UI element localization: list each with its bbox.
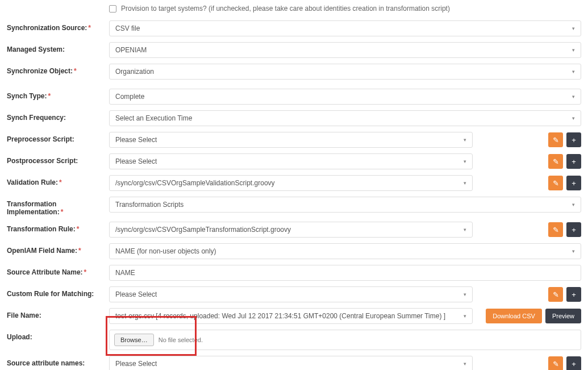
transform-rule-add-button[interactable]: + (566, 222, 581, 237)
select-value: Please Select (115, 360, 157, 368)
synch-type-select[interactable]: Complete ▾ (109, 89, 581, 105)
custom-rule-edit-button[interactable]: ✎ (548, 287, 563, 302)
chevron-down-icon: ▾ (572, 94, 575, 99)
pencil-icon: ✎ (553, 360, 559, 368)
select-value: /sync/org/csv/CSVOrgSampleValidationScri… (115, 179, 275, 187)
postprocessor-add-button[interactable]: + (566, 154, 581, 169)
postprocessor-edit-button[interactable]: ✎ (548, 154, 563, 169)
chevron-down-icon: ▾ (572, 115, 575, 121)
sync-object-label: Synchronize Object: (7, 67, 77, 75)
browse-button[interactable]: Browse… (114, 334, 154, 346)
plus-icon: + (572, 360, 576, 368)
pencil-icon: ✎ (553, 290, 559, 299)
plus-icon: + (572, 179, 576, 188)
chevron-down-icon: ▾ (464, 180, 466, 186)
preview-button[interactable]: Preview (545, 309, 581, 323)
custom-rule-label: Custom Rule for Matching: (7, 290, 94, 298)
postprocessor-select[interactable]: Please Select ▾ (109, 153, 473, 169)
select-value: Transformation Scripts (115, 201, 184, 209)
chevron-down-icon: ▾ (572, 26, 575, 31)
plus-icon: + (572, 157, 576, 166)
transform-rule-select[interactable]: /sync/org/csv/CSVOrgSampleTransformation… (109, 222, 473, 238)
chevron-down-icon: ▾ (572, 69, 575, 74)
custom-rule-add-button[interactable]: + (566, 287, 581, 302)
preprocessor-label: Preprocessor Script: (7, 135, 74, 143)
download-csv-button[interactable]: Download CSV (486, 309, 542, 323)
chevron-down-icon: ▾ (464, 137, 466, 143)
sync-object-select[interactable]: Organization ▾ (109, 64, 581, 80)
pencil-icon: ✎ (553, 226, 559, 234)
validation-select[interactable]: /sync/org/csv/CSVOrgSampleValidationScri… (109, 175, 473, 191)
select-value: Please Select (115, 136, 157, 144)
validation-label: Validation Rule: (7, 178, 62, 186)
pencil-icon: ✎ (553, 157, 559, 166)
source-attr-names-select[interactable]: Please Select ▾ (109, 356, 473, 370)
select-value: NAME (for non-user objects only) (115, 247, 216, 255)
source-attr-names-label: Source attribute names: (7, 359, 85, 367)
chevron-down-icon: ▾ (464, 361, 466, 367)
pencil-icon: ✎ (553, 136, 559, 144)
synch-freq-label: Synch Frequency: (7, 114, 66, 122)
chevron-down-icon: ▾ (464, 313, 466, 319)
select-value: Select an Execution Time (115, 114, 192, 122)
chevron-down-icon: ▾ (572, 47, 575, 53)
select-value: Please Select (115, 290, 157, 298)
custom-rule-select[interactable]: Please Select ▾ (109, 286, 473, 302)
openiam-field-select[interactable]: NAME (for non-user objects only) ▾ (109, 243, 581, 259)
synch-type-label: Synch Type: (7, 92, 51, 100)
synch-freq-select[interactable]: Select an Execution Time ▾ (109, 110, 581, 126)
chevron-down-icon: ▾ (572, 248, 575, 254)
select-value: OPENIAM (115, 46, 147, 54)
file-name-label: File Name: (7, 311, 41, 319)
plus-icon: + (572, 226, 576, 234)
select-value: Complete (115, 93, 144, 101)
chevron-down-icon: ▾ (464, 292, 466, 297)
validation-add-button[interactable]: + (566, 176, 581, 190)
preprocessor-select[interactable]: Please Select ▾ (109, 132, 473, 148)
file-name-select[interactable]: test-orgs.csv [4 records, uploaded: Wed … (109, 308, 473, 324)
sync-source-select[interactable]: CSV file ▾ (109, 20, 581, 36)
upload-box: Browse… No file selected. (109, 330, 581, 350)
source-attr-names-edit-button[interactable]: ✎ (548, 356, 563, 370)
plus-icon: + (572, 290, 576, 299)
select-value: Organization (115, 68, 154, 76)
plus-icon: + (572, 136, 576, 144)
upload-label: Upload: (7, 333, 32, 341)
preprocessor-add-button[interactable]: + (566, 132, 581, 147)
source-attr-label: Source Attribute Name: (7, 268, 86, 276)
select-value: CSV file (115, 24, 140, 32)
openiam-field-label: OpenIAM Field Name: (7, 247, 81, 255)
validation-edit-button[interactable]: ✎ (548, 176, 563, 190)
transform-impl-select[interactable]: Transformation Scripts ▾ (109, 197, 581, 213)
managed-system-select[interactable]: OPENIAM ▾ (109, 42, 581, 58)
pencil-icon: ✎ (553, 179, 559, 188)
provision-checkbox[interactable] (109, 5, 116, 13)
managed-system-label: Managed System: (7, 45, 65, 53)
input-value: NAME (115, 269, 135, 277)
chevron-down-icon: ▾ (464, 227, 466, 232)
select-value: test-orgs.csv [4 records, uploaded: Wed … (115, 312, 445, 320)
provision-label: Provision to target systems? (if uncheck… (121, 5, 450, 13)
no-file-text: No file selected. (159, 336, 203, 343)
preprocessor-edit-button[interactable]: ✎ (548, 132, 563, 147)
transform-rule-edit-button[interactable]: ✎ (548, 222, 563, 237)
chevron-down-icon: ▾ (572, 202, 575, 207)
sync-source-label: Synchronization Source: (7, 24, 91, 32)
transform-rule-label: Transformation Rule: (7, 225, 79, 233)
source-attr-names-add-button[interactable]: + (566, 356, 581, 370)
select-value: /sync/org/csv/CSVOrgSampleTransformation… (115, 226, 291, 234)
select-value: Please Select (115, 157, 157, 165)
postprocessor-label: Postprocessor Script: (7, 157, 78, 165)
transform-impl-label: Transformation Implementation: (7, 200, 63, 216)
source-attr-input[interactable]: NAME (109, 265, 581, 281)
chevron-down-icon: ▾ (464, 159, 466, 164)
